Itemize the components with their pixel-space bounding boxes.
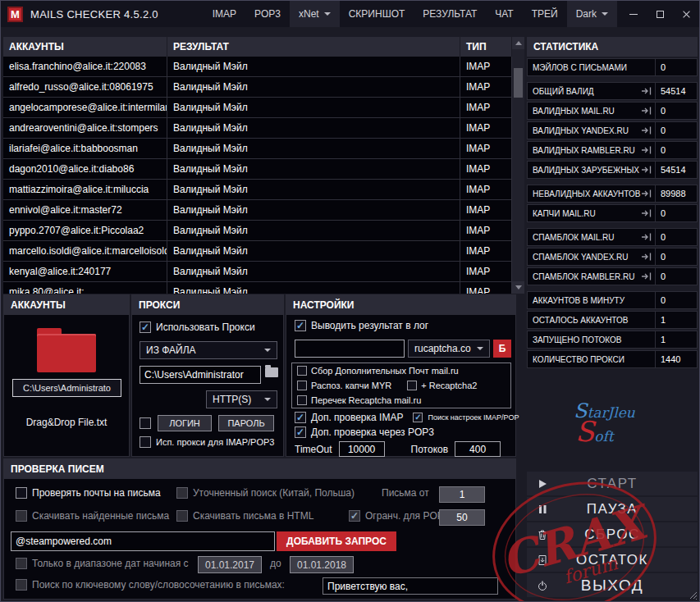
proxy-for-imap-checkbox[interactable]	[140, 436, 151, 448]
scroll-down-button[interactable]	[512, 281, 524, 294]
table-row[interactable]: alfredo_russo@alice.it:08061975 Валидный…	[3, 77, 512, 98]
table-row[interactable]: kenyal@alice.it:240177 Валидный Мэйл IMA…	[3, 262, 512, 282]
table-row[interactable]: angelocamporese@alice.it:intermilan Вали…	[3, 98, 512, 118]
date-range-checkbox[interactable]	[16, 558, 27, 569]
captcha-service-select[interactable]: rucaptcha.co	[408, 340, 490, 358]
check-mail-checkbox[interactable]	[16, 487, 27, 499]
close-button[interactable]	[673, 1, 699, 27]
export-icon[interactable]	[641, 232, 652, 242]
export-icon[interactable]	[641, 165, 652, 175]
menu-screenshot[interactable]: СКРИНШОТ	[340, 1, 414, 27]
letters-from-label: Письма от	[382, 487, 429, 499]
scroll-up-button[interactable]	[512, 37, 524, 49]
maximize-button[interactable]	[647, 1, 673, 27]
stat-row: ВАЛИДНЫХ ЗАРУБЕЖНЫХ 54514	[527, 161, 698, 179]
export-icon[interactable]	[641, 86, 652, 96]
statistics-title: СТАТИСТИКА	[527, 37, 698, 57]
table-row[interactable]: marcello.isoldi@alice.it:marcelloisoldi …	[3, 241, 512, 262]
stat-label: НЕВАЛИДНЫХ АККАУНТОВ	[533, 189, 640, 198]
date-to-button[interactable]: 01.01.2018	[290, 556, 354, 573]
table-row[interactable]: andrearoventini@alice.it:stompers Валидн…	[3, 118, 512, 139]
recaptcha2-checkbox[interactable]	[407, 381, 417, 390]
menu-imap[interactable]: IMAP	[204, 1, 245, 27]
proxy-password-button[interactable]: ПАРОЛЬ	[218, 415, 274, 431]
proxy-file-input[interactable]	[140, 366, 261, 384]
stat-label: СПАМБЛОК RAMBLER.RU	[533, 272, 634, 281]
export-icon[interactable]	[641, 189, 652, 198]
proxy-browse-button[interactable]	[265, 367, 278, 377]
recognize-captcha-checkbox[interactable]	[297, 381, 307, 390]
timeout-input[interactable]	[339, 441, 385, 457]
resize-grip[interactable]	[688, 590, 698, 600]
refined-search-checkbox[interactable]	[176, 487, 188, 499]
menu-xnet-dropdown[interactable]: xNet	[290, 1, 340, 27]
export-icon[interactable]	[641, 252, 652, 262]
account-cell: pyppo.2707@alice.it:Piccolaa2	[3, 221, 167, 240]
app-window: M MAILS CHECKER 4.5.2.0 IMAP POP3 xNet С…	[0, 0, 700, 602]
reset-button[interactable]: СБРОС	[527, 522, 698, 546]
menu-chat[interactable]: ЧАТ	[486, 1, 522, 27]
recheck-recaptcha-checkbox[interactable]	[297, 395, 307, 405]
extra-imap-checkbox[interactable]	[295, 412, 306, 423]
accounts-file-path-button[interactable]: C:\Users\Administrato	[12, 379, 121, 397]
export-icon[interactable]	[641, 208, 652, 218]
keyword-search-checkbox[interactable]	[16, 579, 27, 591]
proxy-source-select[interactable]: ИЗ ФАЙЛА	[140, 341, 277, 359]
table-row[interactable]: mattiazzimoira@alice.it:miluccia Валидны…	[3, 180, 512, 200]
pop3-limit-input[interactable]	[439, 509, 485, 526]
add-query-button[interactable]: ДОБАВИТЬ ЗАПРОС	[277, 531, 396, 551]
date-from-button[interactable]: 01.01.2017	[198, 556, 262, 573]
scrollbar-thumb[interactable]	[514, 68, 523, 98]
folder-icon[interactable]	[37, 328, 96, 372]
stat-row: НЕВАЛИДНЫХ АККАУНТОВ 89988	[527, 185, 698, 203]
keyword-input[interactable]	[323, 577, 498, 595]
column-header-accounts[interactable]: АККАУНТЫ	[3, 37, 167, 57]
table-row[interactable]: pyppo.2707@alice.it:Piccolaa2 Валидный М…	[3, 221, 512, 241]
table-row[interactable]: ennivol@alice.it:master72 Валидный Мэйл …	[3, 200, 512, 221]
download-html-checkbox[interactable]	[176, 510, 188, 522]
table-row[interactable]: dagon2010@alice.it:diabo86 Валидный Мэйл…	[3, 159, 512, 180]
query-input[interactable]	[11, 531, 275, 551]
use-proxy-checkbox[interactable]	[140, 322, 151, 333]
account-cell: dagon2010@alice.it:diabo86	[3, 159, 167, 179]
result-cell: Валидный Мэйл	[167, 221, 460, 240]
chevron-down-icon	[477, 347, 483, 350]
stat-row: ВАЛИДНЫХ MAIL.RU 0	[527, 102, 698, 120]
table-header: АККАУНТЫ РЕЗУЛЬТАТ ТИП	[3, 37, 512, 57]
timeout-label: TimeOut	[295, 444, 332, 455]
letters-from-input[interactable]	[439, 486, 485, 503]
proxy-login-button[interactable]: ЛОГИН	[158, 415, 212, 431]
export-icon[interactable]	[641, 125, 652, 135]
proxy-auth-checkbox[interactable]	[140, 417, 151, 429]
column-header-result[interactable]: РЕЗУЛЬТАТ	[167, 37, 460, 57]
chevron-down-icon	[264, 349, 271, 352]
pop3-limit-checkbox[interactable]	[349, 510, 360, 522]
export-icon[interactable]	[641, 145, 652, 155]
proxy-type-select[interactable]: HTTP(S)	[206, 390, 277, 408]
captcha-balance-button[interactable]: Б	[493, 340, 511, 358]
result-cell: Валидный Мэйл	[167, 241, 460, 261]
threads-input[interactable]	[455, 441, 501, 457]
menu-theme-dropdown[interactable]: Dark	[567, 1, 617, 27]
remainder-button[interactable]: ОСТАТОК	[527, 548, 698, 572]
minimize-button[interactable]	[620, 1, 647, 27]
column-header-type[interactable]: ТИП	[460, 37, 512, 57]
menu-pop3[interactable]: POP3	[245, 1, 290, 27]
menu-tray[interactable]: ТРЕЙ	[523, 1, 567, 27]
imap-pop-search-checkbox[interactable]	[413, 413, 423, 422]
extra-pop3-checkbox[interactable]	[295, 426, 306, 438]
captcha-key-input[interactable]	[295, 340, 405, 358]
pause-button[interactable]: ПАУЗА	[527, 497, 698, 521]
table-row[interactable]: ilariafei@alice.it:babboosman Валидный М…	[3, 139, 512, 159]
table-row[interactable]: elisa.franchino@alice.it:220083 Валидный…	[3, 57, 512, 77]
log-output-checkbox[interactable]	[295, 320, 306, 331]
download-found-checkbox[interactable]	[16, 510, 27, 522]
exit-button[interactable]: ВЫХОД	[527, 573, 698, 597]
menu-result[interactable]: РЕЗУЛЬТАТ	[414, 1, 486, 27]
collect-mailru-checkbox[interactable]	[297, 366, 307, 376]
export-icon[interactable]	[641, 271, 652, 281]
start-button[interactable]: СТАРТ	[527, 472, 698, 495]
export-icon[interactable]	[641, 106, 652, 116]
table-scrollbar[interactable]	[512, 37, 524, 294]
table-row[interactable]: mika.80@alice.it:...... Валидный Мэйл IM…	[3, 282, 512, 294]
